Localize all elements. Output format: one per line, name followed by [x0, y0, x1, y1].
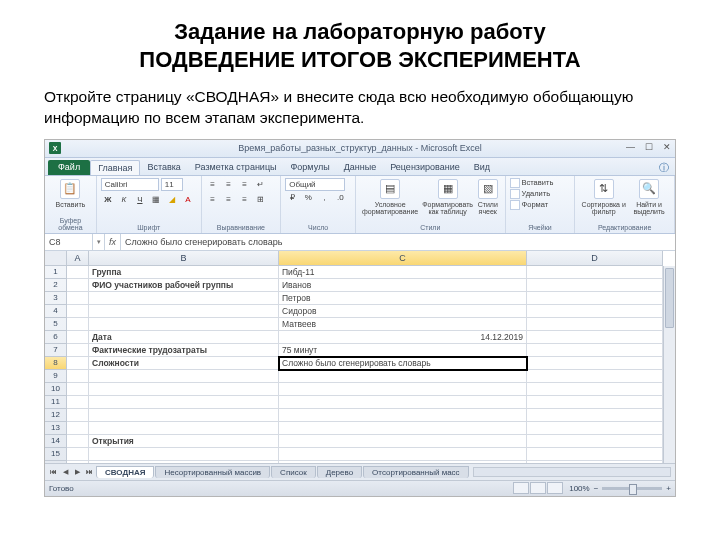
cell[interactable] — [67, 357, 89, 370]
minimize-button[interactable]: — — [626, 142, 635, 152]
fill-color-button[interactable]: ◢ — [165, 193, 179, 206]
font-color-button[interactable]: A — [181, 193, 195, 206]
bold-button[interactable]: Ж — [101, 193, 115, 206]
cell[interactable] — [89, 409, 279, 422]
row-header[interactable]: 10 — [45, 383, 66, 396]
maximize-button[interactable]: ☐ — [645, 142, 653, 152]
decrease-decimal-button[interactable]: .0 — [333, 191, 347, 204]
cell[interactable] — [67, 344, 89, 357]
row-header[interactable]: 12 — [45, 409, 66, 422]
cell[interactable] — [279, 370, 527, 383]
row-header[interactable]: 7 — [45, 344, 66, 357]
cell[interactable] — [67, 331, 89, 344]
cell[interactable] — [527, 448, 663, 461]
cell[interactable] — [527, 409, 663, 422]
cell[interactable] — [527, 435, 663, 448]
tab-file[interactable]: Файл — [48, 160, 90, 175]
scroll-thumb[interactable] — [665, 268, 674, 328]
cell[interactable] — [67, 461, 89, 463]
sheet-tab[interactable]: Отсортированный масс — [363, 466, 468, 478]
align-bottom-button[interactable]: ≡ — [238, 178, 252, 191]
cell[interactable] — [527, 318, 663, 331]
close-button[interactable]: ✕ — [663, 142, 671, 152]
cell[interactable] — [89, 461, 279, 463]
cell[interactable] — [527, 370, 663, 383]
font-size-select[interactable]: 11 — [161, 178, 183, 191]
col-header-C[interactable]: C — [279, 251, 527, 265]
view-layout-button[interactable] — [530, 482, 546, 494]
col-header-B[interactable]: B — [89, 251, 279, 265]
tab-5[interactable]: Рецензирование — [383, 160, 467, 175]
cells-grid[interactable]: ГруппаПибд-11ФИО участников рабочей груп… — [67, 266, 663, 463]
border-button[interactable]: ▦ — [149, 193, 163, 206]
zoom-out-button[interactable]: − — [594, 484, 599, 493]
tab-2[interactable]: Разметка страницы — [188, 160, 284, 175]
align-left-button[interactable]: ≡ — [206, 193, 220, 206]
cell[interactable] — [89, 396, 279, 409]
name-box[interactable]: C8 — [45, 234, 93, 250]
format-cells-button[interactable]: Формат — [510, 200, 571, 210]
sheet-tab[interactable]: Дерево — [317, 466, 362, 478]
row-header[interactable]: 14 — [45, 435, 66, 448]
cell[interactable]: Фактические трудозатраты — [89, 344, 279, 357]
currency-button[interactable]: ₽ — [285, 191, 299, 204]
cell[interactable]: Сложно было сгенерировать словарь — [279, 357, 527, 370]
sheet-nav-prev[interactable]: ◀ — [59, 466, 71, 478]
tab-6[interactable]: Вид — [467, 160, 497, 175]
align-center-button[interactable]: ≡ — [222, 193, 236, 206]
cell[interactable] — [279, 448, 527, 461]
cell[interactable]: Петров — [279, 292, 527, 305]
cell[interactable]: Пибд-11 — [279, 266, 527, 279]
cell[interactable] — [527, 422, 663, 435]
row-header[interactable]: 16 — [45, 461, 66, 463]
cell[interactable] — [527, 396, 663, 409]
row-header[interactable]: 13 — [45, 422, 66, 435]
cell[interactable]: Сидоров — [279, 305, 527, 318]
format-as-table-button[interactable]: ▦ Форматировать как таблицу — [420, 178, 475, 223]
sheet-nav-first[interactable]: ⏮ — [47, 466, 59, 478]
col-header-D[interactable]: D — [527, 251, 663, 265]
cell[interactable] — [279, 422, 527, 435]
delete-cells-button[interactable]: Удалить — [510, 189, 571, 199]
cell[interactable]: ФИО участников рабочей группы — [89, 279, 279, 292]
cell[interactable]: Дата — [89, 331, 279, 344]
vertical-scrollbar[interactable] — [663, 266, 675, 463]
align-right-button[interactable]: ≡ — [238, 193, 252, 206]
cell[interactable] — [67, 422, 89, 435]
cell[interactable] — [67, 370, 89, 383]
tab-0[interactable]: Главная — [90, 160, 140, 175]
percent-button[interactable]: % — [301, 191, 315, 204]
cell[interactable] — [67, 448, 89, 461]
cell[interactable]: 75 минут — [279, 344, 527, 357]
cell[interactable] — [279, 435, 527, 448]
cell[interactable] — [527, 344, 663, 357]
sheet-tab[interactable]: СВОДНАЯ — [96, 466, 154, 478]
cell[interactable]: Иванов — [279, 279, 527, 292]
align-middle-button[interactable]: ≡ — [222, 178, 236, 191]
row-header[interactable]: 11 — [45, 396, 66, 409]
cell-styles-button[interactable]: ▧ Стили ячеек — [475, 178, 501, 223]
cell[interactable] — [527, 266, 663, 279]
cell[interactable] — [279, 409, 527, 422]
zoom-in-button[interactable]: + — [666, 484, 671, 493]
cell[interactable] — [527, 305, 663, 318]
tab-3[interactable]: Формулы — [284, 160, 337, 175]
insert-cells-button[interactable]: Вставить — [510, 178, 571, 188]
cell[interactable] — [67, 305, 89, 318]
cell[interactable] — [67, 396, 89, 409]
cell[interactable] — [527, 331, 663, 344]
paste-button[interactable]: 📋 Вставить — [49, 178, 92, 209]
cell[interactable] — [279, 396, 527, 409]
sort-filter-button[interactable]: ⇅ Сортировка и фильтр — [579, 178, 628, 219]
row-header[interactable]: 1 — [45, 266, 66, 279]
name-box-dropdown[interactable]: ▾ — [93, 234, 105, 250]
cell[interactable] — [89, 370, 279, 383]
align-top-button[interactable]: ≡ — [206, 178, 220, 191]
formula-input[interactable]: Сложно было сгенерировать словарь — [121, 234, 675, 250]
cell[interactable] — [527, 279, 663, 292]
cell[interactable] — [67, 292, 89, 305]
cell[interactable] — [527, 383, 663, 396]
tab-1[interactable]: Вставка — [140, 160, 187, 175]
sheet-tab[interactable]: Список — [271, 466, 316, 478]
cell[interactable]: Группа — [89, 266, 279, 279]
